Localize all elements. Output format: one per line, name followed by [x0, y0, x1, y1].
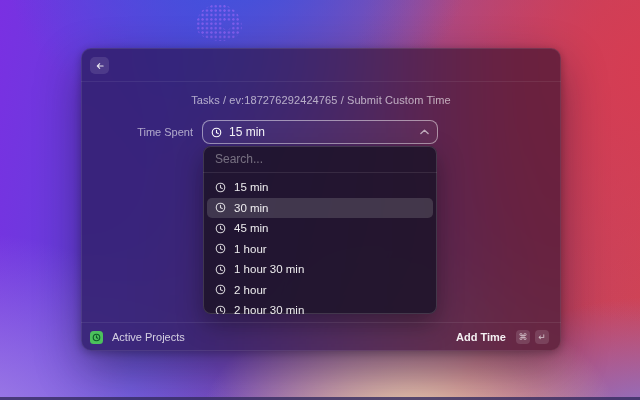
clock-icon — [215, 305, 226, 314]
clock-icon — [215, 182, 226, 193]
dropdown-option[interactable]: 1 hour 30 min — [207, 259, 433, 280]
time-spent-select[interactable]: 15 min — [203, 121, 437, 143]
search-input[interactable] — [203, 146, 437, 173]
option-label: 2 hour — [234, 284, 267, 296]
option-label: 30 min — [234, 202, 269, 214]
clock-icon — [215, 202, 226, 213]
dropdown-option[interactable]: 2 hour — [207, 280, 433, 301]
clock-icon — [215, 264, 226, 275]
options-list: 15 min 30 min 45 min 1 hour 1 hour 30 mi… — [203, 173, 437, 314]
time-spent-field: Time Spent 15 min — [81, 121, 561, 143]
cmd-key-icon: ⌘ — [516, 330, 530, 344]
time-options-dropdown: 15 min 30 min 45 min 1 hour 1 hour 30 mi… — [203, 146, 437, 314]
source-label: Active Projects — [112, 331, 185, 343]
window-footer: Active Projects Add Time ⌘ ↵ — [81, 322, 561, 351]
time-spent-label: Time Spent — [81, 121, 193, 143]
window-header — [81, 48, 561, 82]
raycast-window: Tasks / ev:187276292424765 / Submit Cust… — [81, 48, 561, 351]
everhour-app-icon — [90, 331, 103, 344]
clock-icon — [211, 127, 222, 138]
dropdown-option[interactable]: 30 min — [207, 198, 433, 219]
enter-key-icon: ↵ — [535, 330, 549, 344]
breadcrumb: Tasks / ev:187276292424765 / Submit Cust… — [81, 94, 561, 106]
dropdown-option[interactable]: 15 min — [207, 177, 433, 198]
option-label: 2 hour 30 min — [234, 304, 304, 314]
wallpaper-dotted-blob — [196, 4, 242, 41]
add-time-action[interactable]: Add Time ⌘ ↵ — [456, 330, 549, 344]
option-label: 15 min — [234, 181, 269, 193]
select-value: 15 min — [229, 125, 265, 139]
dropdown-option[interactable]: 1 hour — [207, 239, 433, 260]
add-time-label: Add Time — [456, 331, 506, 343]
option-label: 1 hour 30 min — [234, 263, 304, 275]
arrow-left-icon — [95, 61, 105, 71]
clock-icon — [215, 223, 226, 234]
option-label: 45 min — [234, 222, 269, 234]
back-button[interactable] — [90, 57, 109, 74]
option-label: 1 hour — [234, 243, 267, 255]
chevron-up-icon — [420, 129, 429, 135]
clock-icon — [215, 284, 226, 295]
dropdown-option[interactable]: 45 min — [207, 218, 433, 239]
dropdown-option[interactable]: 2 hour 30 min — [207, 300, 433, 314]
clock-icon — [215, 243, 226, 254]
